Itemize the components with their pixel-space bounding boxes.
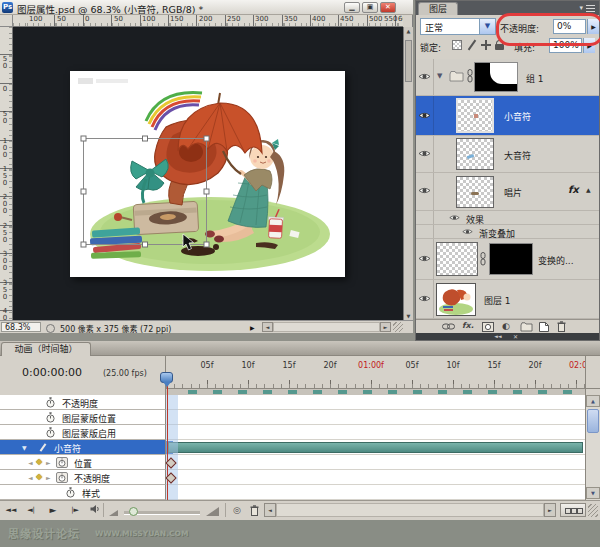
- prev-keyframe-icon[interactable]: ◄: [28, 459, 33, 466]
- hscroll-right-icon[interactable]: ►: [544, 503, 556, 517]
- scroll-down-icon[interactable]: ▼: [586, 487, 600, 499]
- layer-thumbnail[interactable]: [436, 283, 476, 316]
- layer-name[interactable]: 变换的...: [538, 254, 574, 267]
- lock-move-icon[interactable]: [481, 40, 491, 50]
- zoom-in-ramp-icon[interactable]: [206, 507, 219, 516]
- layer-name[interactable]: 小音符: [504, 110, 531, 123]
- first-frame-button[interactable]: ◄◄: [2, 504, 20, 517]
- layer-thumbnail[interactable]: [456, 138, 494, 170]
- document-titlebar[interactable]: Ps 图层属性.psd @ 68.3% (小音符, RGB/8) * ▁ ▣ ✕: [0, 0, 413, 15]
- adjustment-layer-icon[interactable]: ◐: [502, 321, 510, 331]
- zoom-level-field[interactable]: 68.3%: [1, 322, 41, 332]
- layer-duration-bar[interactable]: [168, 442, 583, 453]
- scroll-up-icon[interactable]: ▲: [586, 395, 600, 407]
- fill-field[interactable]: 100%: [549, 38, 582, 53]
- track-lane[interactable]: [166, 425, 585, 440]
- stopwatch-toggle[interactable]: [56, 457, 68, 468]
- scroll-up-icon[interactable]: ▲: [404, 28, 413, 34]
- status-menu-arrow-icon[interactable]: ▶: [250, 324, 255, 331]
- stopwatch-icon[interactable]: [46, 427, 55, 440]
- track-style[interactable]: 样式: [0, 485, 166, 500]
- layer-row-big-note[interactable]: 大音符: [416, 136, 599, 173]
- hscroll-track[interactable]: [276, 503, 544, 517]
- effects-row[interactable]: 效果: [416, 211, 599, 225]
- lock-all-icon[interactable]: [495, 40, 504, 50]
- visibility-eye-icon[interactable]: [462, 228, 473, 237]
- track-lane[interactable]: [166, 485, 585, 500]
- track-lane[interactable]: [166, 410, 585, 425]
- fx-collapse-icon[interactable]: ▲: [586, 186, 591, 193]
- visibility-eye-icon[interactable]: [418, 186, 431, 197]
- track-lane[interactable]: [166, 470, 585, 485]
- hscroll-left-icon[interactable]: ◄: [262, 322, 273, 332]
- scrollbar-thumb[interactable]: [405, 40, 412, 82]
- visibility-eye-icon[interactable]: [418, 294, 431, 305]
- lock-paint-icon[interactable]: [467, 40, 477, 50]
- zoom-out-ramp-icon[interactable]: [109, 510, 118, 516]
- document-vertical-scrollbar[interactable]: ▲ ▼: [403, 27, 413, 320]
- layer-fx-badge[interactable]: fx: [568, 184, 579, 195]
- lock-transparency-icon[interactable]: [452, 40, 462, 50]
- track-lane[interactable]: [166, 395, 585, 410]
- visibility-eye-icon[interactable]: [418, 254, 431, 265]
- layer-row-small-note-selected[interactable]: 小音符: [416, 96, 599, 136]
- panel-arrows-icon[interactable]: ◄◄: [494, 333, 502, 339]
- layer-row-record[interactable]: 唱片 fx ▲: [416, 173, 599, 211]
- restore-button[interactable]: ▣: [362, 2, 378, 13]
- artboard-image[interactable]: [70, 71, 345, 277]
- next-keyframe-icon[interactable]: ►: [46, 474, 51, 481]
- prev-frame-button[interactable]: ◄|: [22, 504, 40, 517]
- layer-name[interactable]: 组 1: [526, 72, 544, 85]
- timeline-vertical-scrollbar[interactable]: ▲ ▼: [585, 395, 600, 500]
- scrollbar-thumb[interactable]: [587, 409, 599, 433]
- convert-to-frame-animation-button[interactable]: [560, 503, 586, 517]
- layer-name[interactable]: 大音符: [504, 149, 531, 162]
- layer-row-layer1[interactable]: 图层 1: [416, 280, 599, 319]
- visibility-eye-icon[interactable]: [418, 72, 431, 83]
- expand-triangle-icon[interactable]: ▼: [437, 72, 442, 80]
- visibility-eye-icon[interactable]: [449, 214, 460, 223]
- delete-keyframe-icon[interactable]: [248, 505, 260, 518]
- panel-collapse-icon[interactable]: ▾: [579, 4, 583, 12]
- stopwatch-icon[interactable]: [46, 412, 55, 425]
- hscroll-track[interactable]: [273, 322, 380, 332]
- stopwatch-toggle[interactable]: [56, 472, 68, 483]
- prev-keyframe-icon[interactable]: ◄: [28, 474, 33, 481]
- layer-name[interactable]: 图层 1: [484, 294, 511, 307]
- next-keyframe-icon[interactable]: ►: [46, 459, 51, 466]
- link-layers-icon[interactable]: [442, 323, 455, 332]
- keyframe-diamond-icon[interactable]: ◆: [36, 472, 42, 481]
- fill-spinner-icon[interactable]: ▶: [583, 38, 595, 53]
- track-opacity-anim[interactable]: ◄ ◆ ► 不透明度: [0, 470, 166, 485]
- hscroll-right-icon[interactable]: ►: [380, 322, 391, 332]
- visibility-eye-icon[interactable]: [418, 111, 431, 122]
- close-button[interactable]: ✕: [380, 2, 396, 13]
- layer-thumbnail[interactable]: [456, 176, 494, 208]
- audio-mute-icon[interactable]: [88, 504, 102, 517]
- layer-row-group1[interactable]: ▼ 组 1: [416, 59, 599, 96]
- canvas-area[interactable]: [13, 27, 403, 320]
- keyframe-diamond-icon[interactable]: ◆: [36, 457, 42, 466]
- layer-name[interactable]: 唱片: [504, 186, 522, 199]
- panel-menu-icon[interactable]: [586, 5, 595, 12]
- track-lane[interactable]: [166, 455, 585, 470]
- current-time[interactable]: 0:00:00:00: [22, 366, 82, 379]
- track-mask-enable[interactable]: 图层蒙版启用: [0, 425, 166, 440]
- opacity-spinner-icon[interactable]: ▶: [587, 19, 599, 34]
- track-mask-position[interactable]: 图层蒙版位置: [0, 410, 166, 425]
- minimize-button[interactable]: ▁: [344, 2, 360, 13]
- next-frame-button[interactable]: |►: [66, 504, 84, 517]
- group-mask-thumbnail[interactable]: [474, 62, 518, 92]
- timeline-ruler[interactable]: 05f 10f 15f 20f 01:00f 05f 10f 15f 20f 0…: [166, 356, 585, 389]
- layer-style-icon[interactable]: fx.: [462, 321, 474, 330]
- stopwatch-icon[interactable]: [46, 397, 55, 410]
- layer-row-transformed[interactable]: 变换的...: [416, 239, 599, 280]
- resize-grip[interactable]: [393, 322, 403, 332]
- opacity-field[interactable]: 0%: [553, 19, 586, 34]
- layer-mask-thumbnail[interactable]: [489, 243, 533, 275]
- stopwatch-icon[interactable]: [66, 487, 75, 500]
- timeline-zoom-slider-thumb[interactable]: [129, 507, 138, 516]
- hscroll-left-icon[interactable]: ◄: [264, 503, 276, 517]
- track-position[interactable]: ◄ ◆ ► 位置: [0, 455, 166, 470]
- gradient-overlay-row[interactable]: 渐变叠加: [416, 225, 599, 239]
